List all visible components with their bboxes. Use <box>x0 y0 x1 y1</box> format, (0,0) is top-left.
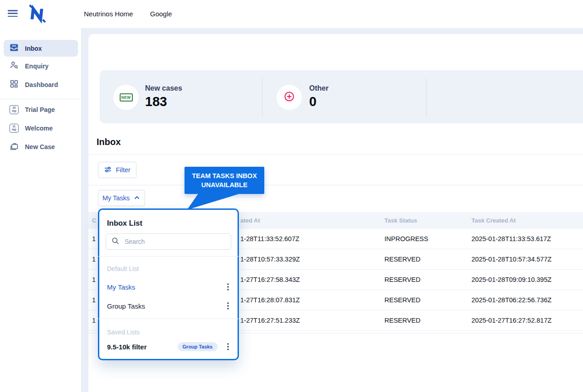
nav-link-neutrinos-home[interactable]: Neutrinos Home <box>84 0 133 28</box>
stats-divider <box>262 78 262 117</box>
stats-band: NEW New cases 183 Other 0 <box>100 70 583 123</box>
inbox-icon <box>10 43 19 53</box>
filter-button-label: Filter <box>116 166 130 174</box>
neutrinos-logo-icon[interactable] <box>26 2 49 25</box>
popup-search-box[interactable] <box>106 233 231 250</box>
filter-sliders-icon <box>104 165 112 175</box>
cell-case: 1 <box>92 229 96 249</box>
divider <box>88 185 583 185</box>
cell-created-at: 1-28T10:57:33.329Z <box>240 249 300 270</box>
column-header-case: C <box>92 212 96 229</box>
selector-label: My Tasks <box>102 194 130 202</box>
tooltip-line1: TEAM TASKS INBOX <box>192 171 257 180</box>
divider <box>88 155 583 155</box>
tooltip-line2: UNAVAILABLE <box>201 180 248 189</box>
nav-link-google[interactable]: Google <box>150 0 172 28</box>
cell-task-created-at: 2025-01-28T06:22:56.736Z <box>471 290 552 310</box>
sidebar-item-enquiry[interactable]: Enquiry <box>4 58 78 74</box>
sidebar-divider <box>0 99 82 99</box>
cell-created-at: 1-27T16:27:51.233Z <box>240 310 300 331</box>
other-icon-circle <box>277 85 302 110</box>
sidebar-item-label: Welcome <box>25 125 53 132</box>
list-item-label: 9.5-10k filter <box>107 343 178 351</box>
default-list-section-label: Default List <box>107 265 139 272</box>
cell-task-created-at: 2025-01-28T09:09:10.395Z <box>471 270 552 290</box>
sidebar-item-label: Inbox <box>25 45 42 52</box>
stat-value-other: 0 <box>309 94 316 109</box>
popup-divider <box>98 319 239 319</box>
list-item-saved-filter[interactable]: 9.5-10k filter Group Tasks <box>107 340 231 353</box>
inbox-list-selector-button[interactable]: My Tasks <box>98 190 145 206</box>
sidebar-item-inbox[interactable]: Inbox <box>4 40 78 57</box>
cell-task-created-at: 2025-01-27T16:27:52.817Z <box>471 310 552 331</box>
popup-divider <box>98 256 239 256</box>
cell-task-status: RESERVED <box>384 310 421 331</box>
team-tasks-unavailable-tooltip: TEAM TASKS INBOX UNAVAILABLE <box>185 167 264 194</box>
cell-created-at: 1-27T16:27:58.343Z <box>240 270 300 290</box>
column-header-task-status: Task Status <box>384 212 417 229</box>
sidebar-item-label: New Case <box>25 143 55 150</box>
sidebar-item-trial-page[interactable]: 10mp Trial Page <box>4 101 78 118</box>
search-input[interactable] <box>124 237 225 246</box>
list-item-label: My Tasks <box>107 283 225 291</box>
stat-label-new-cases: New cases <box>145 84 182 92</box>
plus-circle-icon <box>283 91 295 104</box>
cell-task-status: INPROGRESS <box>384 229 428 249</box>
kebab-menu-icon[interactable] <box>225 283 231 291</box>
micro-page-11-icon: 11mp <box>10 124 19 133</box>
top-navbar: Neutrinos Home Google <box>0 0 583 28</box>
dashboard-icon <box>10 79 19 90</box>
cell-task-created-at: 2025-01-28T11:33:53.617Z <box>471 229 551 249</box>
cell-created-at: 1-28T11:33:52.607Z <box>240 229 299 249</box>
list-item-label: Group Tasks <box>107 302 225 310</box>
list-item-group-tasks[interactable]: Group Tasks <box>107 300 231 312</box>
enquiry-icon <box>10 61 19 71</box>
cell-case: 1 <box>92 249 96 270</box>
cell-created-at: 1-27T16:28:07.831Z <box>240 290 300 310</box>
new-badge-icon: NEW <box>120 93 133 102</box>
list-item-my-tasks[interactable]: My Tasks <box>107 281 231 293</box>
popup-title: Inbox List <box>107 219 142 227</box>
stat-label-other: Other <box>309 84 329 92</box>
briefcase-icon <box>10 141 19 152</box>
search-icon <box>112 237 119 247</box>
main-area: NEW New cases 183 Other 0 Inbox <box>82 28 583 392</box>
hamburger-menu-icon[interactable] <box>8 10 18 18</box>
page-title: Inbox <box>97 137 121 147</box>
inbox-list-popup: Inbox List Default List My Tasks <box>98 208 239 360</box>
kebab-menu-icon[interactable] <box>225 302 231 310</box>
column-header-task-created-at: Task Created At <box>471 212 516 229</box>
sidebar-item-label: Dashboard <box>25 81 58 88</box>
sidebar-item-dashboard[interactable]: Dashboard <box>4 76 78 93</box>
cell-task-status: RESERVED <box>384 249 421 270</box>
cell-task-status: RESERVED <box>384 270 421 290</box>
sidebar-item-new-case[interactable]: New Case <box>4 138 78 155</box>
new-cases-icon-circle: NEW <box>113 85 139 110</box>
sidebar-item-label: Trial Page <box>25 106 55 113</box>
stat-value-new-cases: 183 <box>145 94 167 109</box>
stats-divider <box>426 78 427 117</box>
content-card: NEW New cases 183 Other 0 Inbox <box>88 34 583 392</box>
saved-lists-section-label: Saved Lists <box>107 329 140 336</box>
cell-case: 1 <box>92 270 96 290</box>
cell-task-status: RESERVED <box>384 290 421 310</box>
group-tasks-badge: Group Tasks <box>178 342 218 351</box>
filter-button[interactable]: Filter <box>98 162 136 178</box>
cell-case: 1 <box>92 290 96 310</box>
sidebar: Inbox Enquiry Dashboard 10mp <box>0 28 82 392</box>
cell-task-created-at: 2025-01-28T10:57:34.577Z <box>471 249 552 270</box>
sidebar-item-welcome[interactable]: 11mp Welcome <box>4 120 78 136</box>
kebab-menu-icon[interactable] <box>225 343 231 351</box>
cell-case: 1 <box>92 310 96 331</box>
sidebar-item-label: Enquiry <box>25 63 49 70</box>
chevron-up-icon <box>133 194 141 203</box>
column-header-created-at: ated At <box>240 212 260 229</box>
tooltip-tail <box>186 194 243 210</box>
micro-page-10-icon: 10mp <box>10 105 19 114</box>
